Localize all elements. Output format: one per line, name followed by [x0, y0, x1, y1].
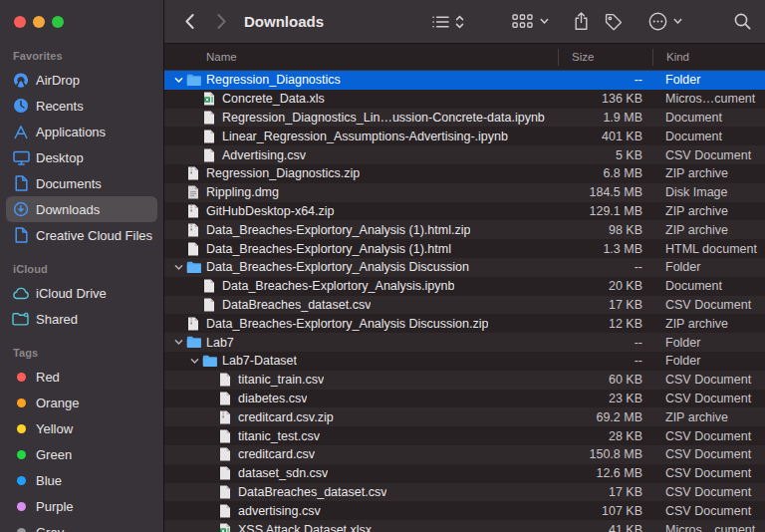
file-row-databreaches-dataset-csv[interactable]: DataBreaches_dataset.csv17 KBCSV Documen… [164, 296, 765, 315]
sidebar-item-desktop[interactable]: Desktop [6, 144, 157, 170]
file-row-titanic-train-csv[interactable]: titanic_train.csv60 KBCSV Document [164, 371, 765, 390]
file-kind: HTML document [652, 242, 765, 256]
tag-dot-orange [12, 395, 30, 411]
sidebar-item-label: Recents [36, 99, 84, 114]
file-kind: Disk Image [652, 185, 765, 199]
chevron-down-icon [540, 18, 549, 25]
sidebar-item-blue[interactable]: Blue [6, 467, 157, 493]
file-row-lab7[interactable]: Lab7--Folder [164, 333, 765, 352]
disclosure-chevron-icon[interactable] [171, 338, 185, 347]
sidebar-item-icloud-drive[interactable]: iCloud Drive [6, 280, 157, 306]
file-row-regression-diagnostics-zip[interactable]: Regression_Diagnostics.zip6.8 MBZIP arch… [164, 164, 765, 183]
file-row-regression-diagnostics-lin-ussion-concrete-data-ipynb[interactable]: Regression_Diagnostics_Lin…ussion-Concre… [164, 109, 765, 128]
file-name: Data_Breaches-Explortory_Analysis Discus… [206, 317, 488, 331]
file-row-dataset-sdn-csv[interactable]: dataset_sdn.csv12.6 MBCSV Document [164, 464, 765, 483]
name-cell: Regression_Diagnostics_Lin…ussion-Concre… [164, 111, 558, 125]
name-cell: Linear_Regression_Assumptions-Advertisin… [164, 130, 558, 143]
file-row-creditcard-csv-zip[interactable]: creditcard.csv.zip69.2 MBZIP archive [164, 407, 765, 426]
share-button[interactable] [574, 12, 589, 31]
sidebar-item-label: Shared [36, 312, 78, 327]
file-size: 12 KB [558, 317, 652, 331]
sidebar-item-downloads[interactable]: Downloads [6, 196, 157, 222]
close-window-button[interactable] [14, 16, 26, 28]
doc-icon [217, 485, 233, 499]
sidebar-item-label: Yellow [36, 421, 73, 436]
sidebar-item-orange[interactable]: Orange [6, 390, 157, 415]
sidebar-item-shared[interactable]: Shared [6, 306, 157, 332]
file-row-data-breaches-explortory-analysis-1-html-zip[interactable]: Data_Breaches-Explortory_Analysis (1).ht… [164, 220, 765, 239]
chevron-down-icon [673, 18, 682, 25]
file-name: Data_Breaches-Explortory_Analysis (1).ht… [206, 223, 470, 237]
disclosure-chevron-icon[interactable] [171, 263, 185, 272]
file-size: 28 KB [558, 429, 652, 443]
view-chevrons-icon [455, 15, 464, 29]
file-row-data-breaches-explortory-analysis-1-html[interactable]: Data_Breaches-Explortory_Analysis (1).ht… [164, 239, 765, 258]
file-kind: ZIP archive [652, 410, 765, 424]
column-headers: Name Size Kind [164, 44, 765, 71]
file-row-xss-attack-dataset-xlsx[interactable]: XSS Attack Dataset.xlsx41 KBMicros…cumen… [164, 520, 765, 532]
minimize-window-button[interactable] [33, 16, 45, 28]
group-control[interactable] [512, 14, 549, 29]
disclosure-chevron-icon[interactable] [187, 357, 201, 366]
search-button[interactable] [734, 13, 751, 30]
sidebar-item-label: AirDrop [36, 73, 80, 88]
file-row-rippling-dmg[interactable]: Rippling.dmg184.5 MBDisk Image [164, 183, 765, 202]
forward-button[interactable] [208, 9, 234, 35]
file-size: 17 KB [558, 485, 652, 499]
file-row-linear-regression-assumptions-advertising-ipynb[interactable]: Linear_Regression_Assumptions-Advertisin… [164, 127, 765, 145]
doc-icon [217, 447, 233, 461]
doc-icon [201, 298, 217, 312]
sidebar-item-green[interactable]: Green [6, 441, 157, 467]
doc-icon [201, 111, 217, 125]
column-header-size[interactable]: Size [558, 49, 652, 66]
sidebar: FavoritesAirDropRecentsApplicationsDeskt… [0, 0, 164, 532]
sidebar-item-airdrop[interactable]: AirDrop [6, 67, 157, 93]
file-size: 60 KB [558, 373, 652, 387]
file-kind: Folder [652, 73, 765, 87]
shared-icon [12, 311, 30, 328]
file-size: 6.8 MB [558, 166, 652, 180]
sidebar-item-red[interactable]: Red [6, 364, 157, 390]
file-row-titanic-test-csv[interactable]: titanic_test.csv28 KBCSV Document [164, 426, 765, 445]
sidebar-item-recents[interactable]: Recents [6, 93, 157, 119]
file-row-data-breaches-explortory-analysis-discussion-zip[interactable]: Data_Breaches-Explortory_Analysis Discus… [164, 314, 765, 333]
file-size: 20 KB [558, 279, 652, 293]
column-header-name[interactable]: Name [164, 51, 558, 63]
tags-button[interactable] [605, 13, 623, 31]
window-title: Downloads [244, 13, 324, 30]
view-control[interactable] [432, 15, 464, 29]
file-row-advertising-csv[interactable]: Advertising.csv5 KBCSV Document [164, 145, 765, 164]
file-row-creditcard-csv[interactable]: creditcard.csv150.8 MBCSV Document [164, 445, 765, 464]
name-cell: DataBreaches_dataset.csv [164, 485, 558, 499]
file-row-data-breaches-explortory-analysis-ipynb[interactable]: Data_Breaches-Explortory_Analysis.ipynb2… [164, 277, 765, 296]
more-actions-button[interactable] [648, 12, 682, 31]
file-row-concrete-data-xls[interactable]: Concrete_Data.xls136 KBMicros…cument [164, 90, 765, 109]
tag-dot-blue [12, 472, 30, 489]
sidebar-item-gray[interactable]: Gray [6, 519, 157, 532]
sidebar-item-yellow[interactable]: Yellow [6, 415, 157, 441]
file-row-regression-diagnostics[interactable]: Regression_Diagnostics--Folder [164, 71, 765, 90]
sidebar-item-purple[interactable]: Purple [6, 493, 157, 519]
file-row-diabetes-csv[interactable]: diabetes.csv23 KBCSV Document [164, 390, 765, 408]
sidebar-item-applications[interactable]: Applications [6, 119, 157, 144]
tag-dot-red [12, 369, 30, 386]
file-row-databreaches-dataset-csv[interactable]: DataBreaches_dataset.csv17 KBCSV Documen… [164, 483, 765, 502]
disclosure-chevron-icon[interactable] [171, 76, 185, 85]
column-header-kind[interactable]: Kind [652, 49, 765, 66]
tag-dot-purple [12, 498, 30, 515]
file-size: 69.2 MB [558, 410, 652, 424]
sidebar-section-label-icloud: iCloud [0, 263, 163, 275]
file-row-data-breaches-explortory-analysis-discussion[interactable]: Data_Breaches-Explortory_Analysis Discus… [164, 258, 765, 277]
file-row-githubdesktop-x64-zip[interactable]: GitHubDesktop-x64.zip129.1 MBZIP archive [164, 202, 765, 221]
sidebar-item-documents[interactable]: Documents [6, 170, 157, 196]
file-row-advertising-csv[interactable]: advertising.csv107 KBCSV Document [164, 501, 765, 520]
name-cell: creditcard.csv [164, 447, 558, 461]
file-name: Regression_Diagnostics.zip [206, 166, 360, 180]
back-button[interactable] [176, 9, 202, 35]
sidebar-item-creative-cloud-files[interactable]: Creative Cloud Files [6, 222, 157, 248]
zip-icon [185, 223, 201, 237]
doc-icon [217, 373, 233, 387]
group-icon [512, 14, 533, 29]
zoom-window-button[interactable] [52, 16, 64, 28]
file-row-lab7-dataset[interactable]: Lab7-Dataset--Folder [164, 352, 765, 371]
